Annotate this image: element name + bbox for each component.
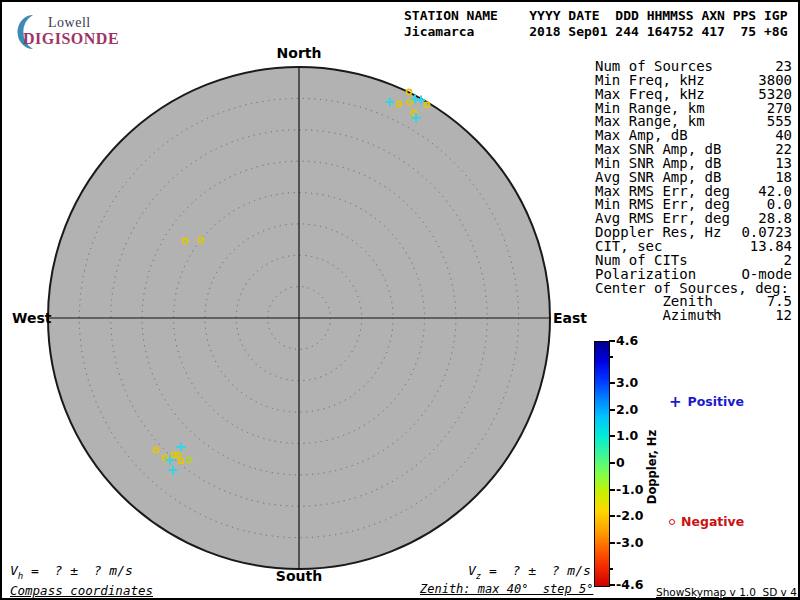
digisonde-logo: Lowell DIGISONDE — [10, 10, 120, 54]
colorbar-tick — [609, 409, 615, 411]
legend-negative-label: Negative — [681, 514, 744, 529]
colorbar-tick-label: 2.0 — [616, 403, 638, 417]
colorbar-tick — [609, 462, 615, 464]
colorbar-title: Doppler, Hz — [645, 430, 659, 504]
colorbar-tick-label: 3.0 — [616, 376, 638, 390]
vz-readout: Vz = ? ± ? m/s — [468, 563, 591, 581]
legend-negative: Negative — [669, 514, 744, 529]
circle-marker-icon — [669, 519, 675, 525]
vh-value: = ? ± ? m/s — [23, 563, 133, 578]
colorbar-gradient — [594, 341, 610, 587]
colorbar-tick-label: 1.0 — [616, 429, 638, 443]
colorbar-tick — [609, 568, 613, 570]
logo-lowell-text: Lowell — [48, 15, 91, 31]
plus-marker-icon: + — [669, 396, 682, 408]
mouse-cursor-icon: ↖ — [708, 308, 718, 322]
colorbar-tick-label: 0 — [616, 456, 625, 470]
label-east: East — [553, 310, 587, 326]
legend-positive-label: Positive — [688, 394, 744, 409]
station-header: STATION NAME YYYY DATE DDD HHMMSS AXN PP… — [404, 8, 788, 39]
header-values: Jicamarca 2018 Sep01 244 164752 417 75 +… — [404, 24, 788, 39]
header-columns: STATION NAME YYYY DATE DDD HHMMSS AXN PP… — [404, 8, 788, 23]
version-text: ShowSkymap v 1.0 SD v 4.2 — [656, 586, 800, 598]
colorbar-tick — [609, 515, 615, 517]
label-north: North — [277, 45, 322, 61]
colorbar-tick — [609, 542, 615, 544]
vh-readout: Vh = ? ± ? m/s — [10, 563, 133, 581]
parameter-list: Num of Sources23Min Freq, kHz3800Max Fre… — [595, 60, 792, 323]
label-south: South — [276, 568, 322, 584]
colorbar-tick-label: 4.6 — [616, 334, 638, 348]
colorbar-tick-label: -2.0 — [616, 509, 643, 523]
doppler-colorbar: 4.63.02.01.00-1.0-2.0-3.0-4.6 Doppler, H… — [594, 341, 800, 587]
colorbar-tick — [609, 340, 615, 342]
label-west: West — [12, 310, 51, 326]
vz-value: = ? ± ? m/s — [481, 563, 591, 578]
vz-symbol: V — [468, 563, 476, 578]
colorbar-tick — [609, 435, 615, 437]
colorbar-tick-label: -1.0 — [616, 483, 643, 497]
parameter-value: 12 — [775, 309, 792, 323]
parameter-row: Azimuth12 — [595, 309, 792, 323]
parameter-label: Azimuth — [595, 309, 721, 323]
colorbar-tick — [609, 489, 615, 491]
colorbar-tick-label: -4.6 — [616, 578, 643, 592]
legend-positive: + Positive — [669, 394, 744, 409]
colorbar-tick — [609, 584, 615, 586]
logo-digisonde-text: DIGISONDE — [23, 30, 119, 48]
colorbar-tick — [609, 356, 613, 358]
colorbar-tick-label: -3.0 — [616, 536, 643, 550]
zenith-range-note: Zenith: max 40° step 5° — [420, 582, 593, 596]
vh-symbol: V — [10, 563, 18, 578]
coordinates-note: Compass coordinates — [10, 583, 153, 598]
colorbar-tick — [609, 382, 615, 384]
skymap-window: Lowell DIGISONDE STATION NAME YYYY DATE … — [0, 0, 800, 600]
